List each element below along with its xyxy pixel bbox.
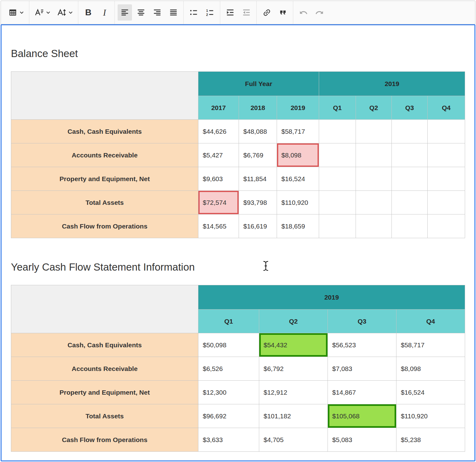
value-cell[interactable] (356, 214, 392, 238)
value-cell[interactable]: $58,717 (277, 120, 319, 143)
insert-table-button[interactable] (6, 4, 26, 21)
align-right-button[interactable] (150, 4, 164, 21)
numbered-list-button[interactable]: 1 2 (203, 4, 217, 21)
column-header[interactable]: 2017 (198, 96, 239, 120)
value-cell[interactable]: $9,603 (198, 167, 239, 191)
column-header[interactable]: Q2 (356, 96, 392, 120)
section-title[interactable]: Balance Sheet (11, 48, 465, 60)
value-cell[interactable] (319, 167, 356, 191)
column-header[interactable]: Q1 (198, 310, 259, 333)
value-cell[interactable]: $96,692 (198, 404, 259, 428)
value-cell[interactable]: $93,798 (239, 191, 277, 214)
column-header[interactable]: 2018 (239, 96, 277, 120)
value-cell[interactable] (392, 214, 428, 238)
value-cell[interactable]: $4,705 (259, 428, 328, 452)
font-family-button[interactable] (32, 4, 53, 21)
value-cell[interactable] (392, 167, 428, 191)
value-cell[interactable] (428, 191, 465, 214)
value-cell[interactable] (392, 191, 428, 214)
value-cell[interactable]: $58,717 (396, 333, 465, 357)
value-cell[interactable]: $16,524 (396, 381, 465, 404)
value-cell[interactable] (428, 120, 465, 143)
value-cell[interactable]: $18,659 (277, 214, 319, 238)
value-cell[interactable] (392, 143, 428, 167)
value-cell[interactable]: $3,633 (198, 428, 259, 452)
row-label-cell[interactable]: Accounts Receivable (11, 357, 198, 381)
value-cell[interactable]: $8,098 (396, 357, 465, 381)
bulleted-list-button[interactable] (187, 4, 201, 21)
value-cell[interactable]: $11,854 (239, 167, 277, 191)
value-cell[interactable] (392, 120, 428, 143)
row-label-cell[interactable]: Total Assets (11, 404, 198, 428)
editor-content[interactable]: Balance Sheet Full Year2019201720182019Q… (1, 24, 475, 461)
section-title[interactable]: Yearly Cash Flow Statement Information (11, 261, 465, 273)
value-cell[interactable]: $44,626 (198, 120, 239, 143)
column-header[interactable]: Q1 (319, 96, 356, 120)
value-cell[interactable] (319, 214, 356, 238)
value-cell[interactable] (319, 120, 356, 143)
block-quote-button[interactable] (276, 4, 290, 21)
column-header[interactable]: 2019 (277, 96, 319, 120)
value-cell[interactable]: $6,769 (239, 143, 277, 167)
row-label-cell[interactable]: Total Assets (11, 191, 198, 214)
row-label-cell[interactable]: Cash, Cash Equivalents (11, 120, 198, 143)
value-cell[interactable]: $14,867 (328, 381, 396, 404)
row-label-cell[interactable]: Cash Flow from Operations (11, 214, 198, 238)
highlighted-value-cell[interactable]: $105,068 (328, 404, 396, 428)
align-left-button[interactable] (118, 4, 132, 21)
undo-button[interactable] (296, 4, 310, 21)
column-header[interactable]: Q4 (428, 96, 465, 120)
row-label-cell[interactable]: Property and Equipment, Net (11, 381, 198, 404)
value-cell[interactable]: $5,238 (396, 428, 465, 452)
value-cell[interactable] (319, 191, 356, 214)
value-cell[interactable] (356, 143, 392, 167)
indent-button[interactable] (223, 4, 237, 21)
outdent-button[interactable] (239, 4, 254, 21)
italic-button[interactable]: I (97, 4, 112, 21)
highlighted-value-cell[interactable]: $72,574 (198, 191, 239, 214)
column-group-header[interactable]: 2019 (198, 285, 465, 310)
column-group-header[interactable]: 2019 (319, 72, 465, 96)
value-cell[interactable]: $48,088 (239, 120, 277, 143)
value-cell[interactable]: $7,083 (328, 357, 396, 381)
value-cell[interactable] (319, 143, 356, 167)
column-header[interactable]: Q3 (392, 96, 428, 120)
value-cell[interactable] (428, 143, 465, 167)
align-justify-button[interactable] (166, 4, 181, 21)
highlighted-value-cell[interactable]: $54,432 (259, 333, 328, 357)
value-cell[interactable]: $110,920 (277, 191, 319, 214)
row-label-cell[interactable]: Cash Flow from Operations (11, 428, 198, 452)
bold-button[interactable]: B (81, 4, 95, 21)
value-cell[interactable]: $16,524 (277, 167, 319, 191)
value-cell[interactable]: $16,619 (239, 214, 277, 238)
value-cell[interactable] (428, 167, 465, 191)
value-cell[interactable] (356, 120, 392, 143)
value-cell[interactable]: $12,300 (198, 381, 259, 404)
row-label-cell[interactable]: Cash, Cash Equivalents (11, 333, 198, 357)
highlighted-value-cell[interactable]: $8,098 (277, 143, 319, 167)
value-cell[interactable]: $14,565 (198, 214, 239, 238)
column-group-header[interactable]: Full Year (198, 72, 319, 96)
value-cell[interactable]: $6,792 (259, 357, 328, 381)
redo-button[interactable] (312, 4, 327, 21)
table-corner-cell[interactable] (11, 72, 198, 120)
row-label-cell[interactable]: Property and Equipment, Net (11, 167, 198, 191)
align-center-button[interactable] (134, 4, 148, 21)
table-corner-cell[interactable] (11, 285, 198, 333)
column-header[interactable]: Q4 (396, 310, 465, 333)
value-cell[interactable]: $110,920 (396, 404, 465, 428)
value-cell[interactable]: $56,523 (328, 333, 396, 357)
font-size-button[interactable] (55, 4, 75, 21)
value-cell[interactable]: $12,912 (259, 381, 328, 404)
value-cell[interactable] (356, 191, 392, 214)
value-cell[interactable] (356, 167, 392, 191)
value-cell[interactable]: $101,182 (259, 404, 328, 428)
row-label-cell[interactable]: Accounts Receivable (11, 143, 198, 167)
value-cell[interactable]: $6,526 (198, 357, 259, 381)
value-cell[interactable] (428, 214, 465, 238)
value-cell[interactable]: $5,427 (198, 143, 239, 167)
column-header[interactable]: Q3 (328, 310, 396, 333)
link-button[interactable] (260, 4, 274, 21)
value-cell[interactable]: $50,098 (198, 333, 259, 357)
value-cell[interactable]: $5,083 (328, 428, 396, 452)
